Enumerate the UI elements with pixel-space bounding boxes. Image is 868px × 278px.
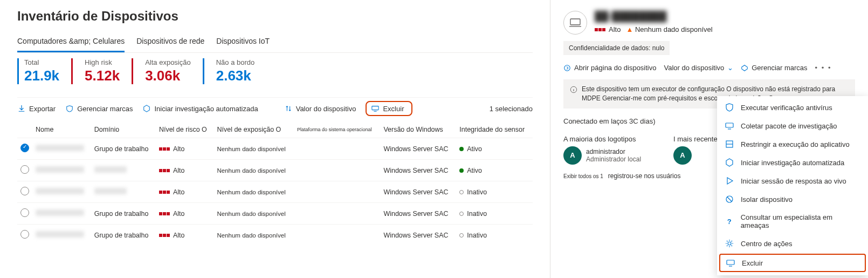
table-row[interactable]: Grupo de trabalhoAltoNenhum dado disponí… bbox=[17, 225, 533, 246]
menu-item-coletar-pacote-de-investiga-o[interactable]: Coletar pacote de investigação bbox=[717, 117, 868, 135]
row-checkbox[interactable] bbox=[20, 230, 29, 239]
user-name: administrador bbox=[586, 148, 641, 155]
page-title: Inventário de Dispositivos bbox=[17, 9, 533, 24]
col-risk[interactable]: Nível de risco O bbox=[156, 121, 214, 138]
stat-value: 3.06k bbox=[145, 67, 191, 84]
menu-item-label: Centro de ações bbox=[741, 240, 792, 248]
more-icon: • • • bbox=[815, 64, 832, 72]
device-icon bbox=[725, 121, 734, 130]
col-exposure[interactable]: Nível de exposição O bbox=[213, 121, 293, 138]
question-icon: ? bbox=[725, 218, 734, 226]
exposure-cell: Nenhum dado disponível bbox=[213, 138, 293, 160]
tabs: Computadores &amp; Celulares Dispositivo… bbox=[17, 33, 533, 53]
export-button[interactable]: Exportar bbox=[17, 104, 56, 113]
menu-item-centro-de-a-es[interactable]: Centro de ações bbox=[717, 234, 868, 253]
exposure-cell: Nenhum dado disponível bbox=[213, 160, 293, 181]
device-exposure: ▲ Nenhum dado disponível bbox=[626, 25, 712, 33]
manage-tags-button[interactable]: Gerenciar marcas bbox=[65, 104, 133, 113]
row-checkbox[interactable] bbox=[20, 187, 29, 195]
device-icon bbox=[726, 259, 735, 267]
col-os[interactable]: Plataforma do sistema operacional bbox=[294, 121, 381, 138]
hexagon-icon bbox=[725, 158, 734, 167]
hexagon-icon bbox=[142, 104, 151, 113]
risk-cell: Alto bbox=[156, 138, 214, 160]
gear-icon bbox=[725, 239, 734, 248]
winver-cell: Windows Server SAC bbox=[380, 203, 456, 225]
row-checkbox[interactable] bbox=[20, 208, 29, 217]
data-classification-badge: Confidencialidade de dados: nulo bbox=[563, 41, 670, 55]
chevron-down-icon: ⌄ bbox=[727, 64, 733, 72]
col-sensor[interactable]: Integridade do sensor bbox=[456, 121, 533, 138]
stat-label: Alta exposição bbox=[145, 58, 191, 66]
avatar: A bbox=[563, 146, 582, 165]
table-row[interactable]: Grupo de trabalhoAltoNenhum dado disponí… bbox=[17, 203, 533, 225]
start-investigation-button[interactable]: Iniciar investigação automatizada bbox=[142, 104, 258, 113]
user-role: Administrador local bbox=[586, 155, 641, 163]
col-domain[interactable]: Domínio bbox=[91, 121, 156, 138]
open-device-page-link[interactable]: Abrir página do dispositivo bbox=[563, 64, 656, 72]
menu-item-excluir[interactable]: Excluir bbox=[719, 254, 866, 272]
tab-network-devices[interactable]: Dispositivos de rede bbox=[136, 33, 204, 52]
stat-label: High risk bbox=[85, 58, 120, 66]
exclude-label: Excluir bbox=[383, 105, 404, 113]
laptop-icon bbox=[563, 11, 587, 35]
menu-item-label: Executar verificação antivírus bbox=[741, 104, 832, 112]
play-icon bbox=[725, 177, 734, 185]
svg-rect-0 bbox=[372, 106, 378, 110]
domain-cell bbox=[91, 181, 156, 203]
show-all-link[interactable]: Exibir todos os 1 bbox=[563, 173, 603, 179]
manage-tags-link[interactable]: Gerenciar marcas bbox=[741, 64, 807, 72]
table-row[interactable]: AltoNenhum dado disponívelWindows Server… bbox=[17, 160, 533, 181]
exposure-cell: Nenhum dado disponível bbox=[213, 181, 293, 203]
device-value-label: Valor do dispositivo bbox=[296, 105, 356, 113]
menu-item-restringir-a-execu-o-do-aplicativo[interactable]: Restringir a execução do aplicativo bbox=[717, 135, 868, 153]
sensor-cell: Ativo bbox=[456, 160, 533, 181]
col-name[interactable]: Nome bbox=[32, 121, 91, 138]
user-entry[interactable]: A bbox=[673, 146, 718, 165]
menu-item-label: Iniciar investigação automatizada bbox=[741, 159, 844, 167]
table-row[interactable]: Grupo de trabalhoAltoNenhum dado disponí… bbox=[17, 138, 533, 160]
more-actions-button[interactable]: • • • bbox=[815, 64, 832, 72]
svg-rect-1 bbox=[570, 19, 580, 25]
row-checkbox[interactable] bbox=[20, 165, 29, 174]
stat-label: Não a bordo bbox=[216, 58, 255, 66]
domain-cell: Grupo de trabalho bbox=[91, 138, 156, 160]
stat-value: 21.9k bbox=[24, 67, 59, 84]
table-row[interactable]: AltoNenhum dado disponívelWindows Server… bbox=[17, 181, 533, 203]
row-checkbox[interactable] bbox=[20, 144, 29, 152]
toolbar: Exportar Gerenciar marcas Iniciar invest… bbox=[17, 97, 533, 121]
device-value-link[interactable]: Valor do dispositivo ⌄ bbox=[664, 64, 733, 72]
tab-computers[interactable]: Computadores &amp; Celulares bbox=[17, 33, 125, 52]
menu-item-iniciar-sess-o-de-resposta-ao-vivo[interactable]: Iniciar sessão de resposta ao vivo bbox=[717, 172, 868, 190]
winver-cell: Windows Server SAC bbox=[380, 138, 456, 160]
more-actions-menu: Executar verificação antivírusColetar pa… bbox=[717, 96, 868, 275]
tag-icon bbox=[65, 104, 74, 113]
sensor-cell: Inativo bbox=[456, 225, 533, 246]
sort-icon bbox=[284, 104, 293, 113]
svg-rect-8 bbox=[727, 260, 734, 265]
device-value-button[interactable]: Valor do dispositivo bbox=[284, 104, 356, 113]
exclude-button[interactable]: Excluir bbox=[366, 101, 412, 116]
col-winver[interactable]: Versão do Windows bbox=[380, 121, 456, 138]
menu-item-executar-verifica-o-antiv-rus[interactable]: Executar verificação antivírus bbox=[717, 98, 868, 117]
menu-item-label: Excluir bbox=[742, 259, 763, 267]
stat-high-risk: High risk 5.12k bbox=[71, 58, 132, 84]
device-icon bbox=[371, 104, 380, 113]
user-entry[interactable]: A administrador Administrador local bbox=[563, 146, 641, 165]
stat-label: Total bbox=[24, 58, 59, 66]
menu-item-label: Iniciar sessão de resposta ao vivo bbox=[741, 177, 846, 185]
device-name: ██-████████ bbox=[595, 11, 713, 22]
stat-not-onboarded: Não a bordo 2.63k bbox=[203, 58, 267, 84]
tag-icon bbox=[741, 64, 748, 72]
risk-cell: Alto bbox=[156, 225, 214, 246]
sensor-cell: Inativo bbox=[456, 203, 533, 225]
menu-item-consultar-um-especialista-em-amea-as[interactable]: ?Consultar um especialista em ameaças bbox=[717, 208, 868, 234]
device-detail-panel: ██-████████ Alto ▲ Nenhum dado disponíve… bbox=[550, 0, 868, 278]
stat-total: Total 21.9k bbox=[17, 58, 71, 84]
menu-item-iniciar-investiga-o-automatizada[interactable]: Iniciar investigação automatizada bbox=[717, 153, 868, 172]
download-icon bbox=[17, 104, 26, 113]
tab-iot-devices[interactable]: Dispositivos IoT bbox=[216, 33, 270, 52]
menu-item-isolar-dispositivo[interactable]: Isolar dispositivo bbox=[717, 190, 868, 208]
sensor-cell: Ativo bbox=[456, 138, 533, 160]
device-name-cell bbox=[36, 145, 84, 151]
